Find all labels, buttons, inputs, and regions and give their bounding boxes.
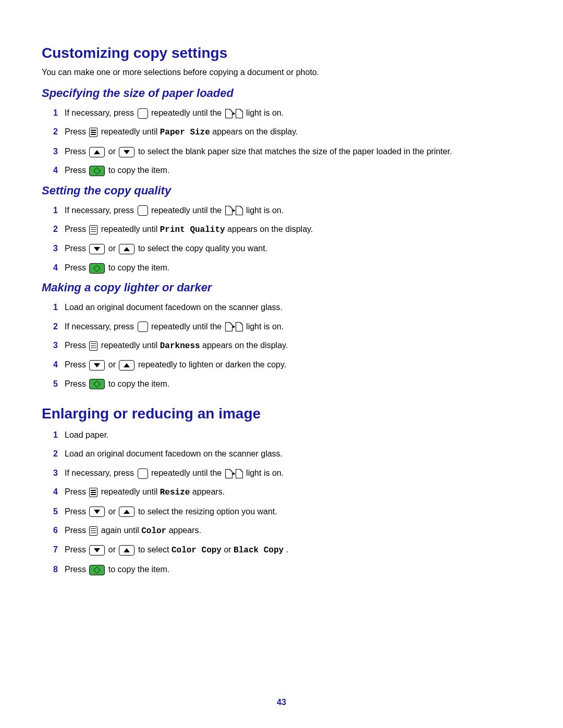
text: Press	[65, 526, 88, 535]
text: light is on.	[246, 108, 284, 117]
steps-lighter-darker: 1 Load an original document facedown on …	[53, 302, 521, 390]
list-item: 2 Load an original document facedown on …	[53, 448, 521, 460]
menu-button-icon	[89, 526, 97, 536]
down-arrow-button-icon	[89, 545, 105, 556]
text: Press	[65, 263, 88, 272]
text: to copy the item.	[108, 166, 169, 175]
up-arrow-button-icon	[119, 360, 134, 371]
menu-button-icon	[89, 225, 97, 235]
text: Load an original document facedown on th…	[65, 303, 283, 312]
text: repeatedly until the	[151, 206, 224, 215]
manual-page: Customizing copy settings You can make o…	[0, 0, 563, 728]
text: Press	[65, 487, 88, 496]
text: to select	[138, 545, 172, 554]
down-arrow-button-icon	[89, 360, 105, 371]
text: Press	[65, 166, 88, 175]
list-item: 2 Press repeatedly until Print Quality a…	[53, 224, 521, 236]
down-arrow-button-icon	[89, 507, 105, 517]
text: or	[108, 507, 118, 516]
list-item: 3 Press or to select the copy quality yo…	[53, 243, 521, 254]
heading-customizing-copy-settings: Customizing copy settings	[42, 45, 521, 61]
text: Load paper.	[65, 430, 109, 439]
text: to select the blank paper size that matc…	[138, 147, 452, 156]
text: Press	[65, 244, 88, 253]
list-item: 2 If necessary, press repeatedly until t…	[53, 321, 521, 332]
text: Press	[65, 127, 88, 136]
text: appears on the display.	[212, 127, 298, 136]
text: If necessary, press	[65, 108, 137, 117]
mode-button-icon	[138, 205, 148, 216]
copy-mode-icon	[225, 322, 243, 331]
copy-mode-icon	[225, 469, 243, 478]
list-item: 4 Press to copy the item.	[53, 165, 521, 176]
text: Press	[65, 360, 88, 369]
down-arrow-button-icon	[89, 244, 105, 254]
start-button-icon	[89, 166, 105, 176]
text: to select the copy quality you want.	[138, 244, 267, 253]
up-arrow-button-icon	[119, 507, 134, 517]
display-text: Print Quality	[160, 225, 225, 235]
text: If necessary, press	[65, 322, 137, 331]
text: Press	[65, 379, 88, 388]
down-arrow-button-icon	[119, 147, 134, 157]
text: to copy the item.	[108, 565, 169, 574]
steps-paper-size: 1 If necessary, press repeatedly until t…	[53, 107, 521, 177]
text: appears.	[169, 526, 201, 535]
list-item: 5 Press to copy the item.	[53, 378, 521, 390]
text: or	[224, 545, 234, 554]
text: light is on.	[246, 322, 284, 331]
display-text: Color Copy	[172, 546, 222, 555]
text: repeatedly until the	[151, 468, 224, 477]
menu-button-icon	[89, 341, 97, 351]
text: repeatedly until the	[151, 322, 224, 331]
text: light is on.	[246, 206, 284, 215]
steps-copy-quality: 1 If necessary, press repeatedly until t…	[53, 205, 521, 274]
text: repeatedly until	[101, 127, 160, 136]
up-arrow-button-icon	[89, 147, 105, 157]
up-arrow-button-icon	[119, 244, 134, 254]
up-arrow-button-icon	[119, 545, 134, 556]
text: appears on the display.	[227, 225, 313, 233]
page-number: 43	[0, 698, 563, 707]
display-text: Paper Size	[160, 128, 210, 137]
text: again until	[101, 526, 141, 535]
text: Press	[65, 225, 88, 233]
mode-button-icon	[138, 108, 148, 119]
display-text: Darkness	[160, 341, 200, 351]
text: repeatedly until	[101, 341, 160, 350]
start-button-icon	[89, 379, 105, 389]
list-item: 3 If necessary, press repeatedly until t…	[53, 467, 521, 479]
display-text: Black Copy	[234, 546, 284, 555]
list-item: 1 Load an original document facedown on …	[53, 302, 521, 313]
text: Press	[65, 565, 88, 574]
text: If necessary, press	[65, 468, 137, 477]
text: or	[108, 360, 118, 369]
list-item: 1 If necessary, press repeatedly until t…	[53, 107, 521, 119]
list-item: 4 Press or repeatedly to lighten or dark…	[53, 359, 521, 371]
text: or	[108, 147, 118, 156]
list-item: 8 Press to copy the item.	[53, 564, 521, 575]
text: to copy the item.	[108, 263, 169, 272]
text: Press	[65, 545, 88, 554]
text: repeatedly to lighten or darken the copy…	[138, 360, 286, 369]
list-item: 3 Press or to select the blank paper siz…	[53, 146, 521, 157]
text: .	[286, 545, 288, 554]
mode-button-icon	[138, 322, 148, 332]
list-item: 1 If necessary, press repeatedly until t…	[53, 205, 521, 216]
text: Load an original document facedown on th…	[65, 449, 283, 458]
display-text: Color	[141, 526, 166, 536]
subheading-paper-size: Specifying the size of paper loaded	[42, 87, 521, 100]
text: Press	[65, 147, 88, 156]
list-item: 5 Press or to select the resizing option…	[53, 506, 521, 517]
display-text: Resize	[160, 488, 190, 497]
copy-mode-icon	[225, 206, 243, 215]
text: Press	[65, 341, 88, 350]
text: repeatedly until the	[151, 108, 224, 117]
list-item: 2 Press repeatedly until Paper Size appe…	[53, 126, 521, 138]
list-item: 4 Press repeatedly until Resize appears.	[53, 486, 521, 498]
list-item: 6 Press again until Color appears.	[53, 525, 521, 537]
subheading-copy-quality: Setting the copy quality	[42, 184, 521, 198]
text: light is on.	[246, 468, 284, 477]
text: appears.	[192, 487, 225, 496]
menu-button-icon	[89, 128, 97, 137]
